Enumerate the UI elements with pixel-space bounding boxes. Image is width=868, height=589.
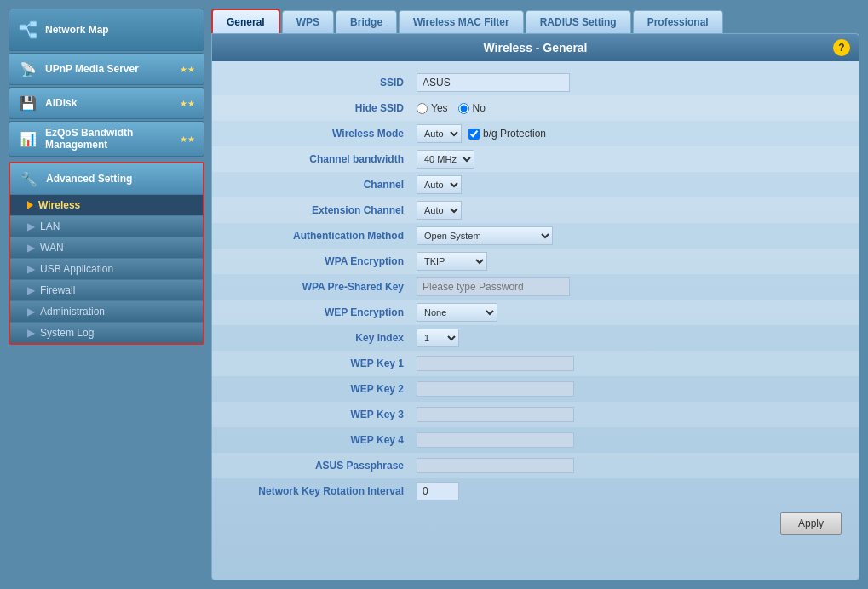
wep-key3-input[interactable] [417,407,574,422]
extension-channel-select[interactable]: Auto [417,201,462,220]
wpa-encryption-label: WPA Encryption [229,255,417,267]
extension-channel-label: Extension Channel [229,204,417,216]
upnp-label: UPnP Media Server [45,63,139,75]
tab-wireless-mac-filter[interactable]: Wireless MAC Filter [399,10,524,33]
auth-method-control: Open System Shared Key WPA-Personal WPA2… [417,226,842,245]
hide-ssid-radio-group: Yes No [417,102,486,114]
wep-key1-input[interactable] [417,356,574,371]
channel-bandwidth-control: 20 MHz 40 MHz [417,150,842,169]
rotation-interval-row: Network Key Rotation Interval [212,478,859,504]
extension-channel-control: Auto [417,201,842,220]
tab-wps[interactable]: WPS [282,10,334,33]
wan-label: WAN [40,242,64,254]
wireless-mode-row: Wireless Mode Auto b/g Protection [212,121,859,146]
sidebar-item-system-log[interactable]: ▶ System Log [10,322,203,343]
asus-passphrase-input[interactable] [417,458,574,473]
usb-label: USB Application [40,263,113,275]
key-index-select[interactable]: 1 2 3 4 [417,329,459,347]
wep-encryption-control: None WEP-64bits WEP-128bits [417,303,842,322]
wep-encryption-label: WEP Encryption [229,306,417,318]
sidebar-item-network-map[interactable]: Network Map [9,9,204,51]
svg-line-3 [26,24,30,27]
wireless-mode-select[interactable]: Auto [417,124,462,143]
tab-radius-setting[interactable]: RADIUS Setting [526,10,631,33]
wep-key3-label: WEP Key 3 [229,409,417,420]
content-area: General WPS Bridge Wireless MAC Filter R… [211,9,859,580]
advanced-setting-box: 🔧 Advanced Setting Wireless ▶ LAN ▶ WAN … [9,162,204,345]
wep-key1-label: WEP Key 1 [229,357,417,369]
network-map-icon [18,20,38,40]
sidebar-item-administration[interactable]: ▶ Administration [10,300,203,322]
auth-method-label: Authentication Method [229,230,417,242]
wireless-label: Wireless [38,199,80,211]
wep-key4-input[interactable] [417,432,574,448]
ssid-input[interactable] [417,73,570,92]
sidebar-item-aidisk[interactable]: 💾 AiDisk ★★ [9,87,204,119]
wan-arrow-icon: ▶ [27,242,35,254]
apply-button[interactable]: Apply [780,512,842,535]
channel-bandwidth-select[interactable]: 20 MHz 40 MHz [417,150,474,169]
sidebar-item-ezqos[interactable]: 📊 EzQoS Bandwidth Management ★★ [9,121,204,157]
rotation-interval-input[interactable] [417,482,459,500]
hide-ssid-yes-radio[interactable] [417,103,428,114]
wep-key2-row: WEP Key 2 [212,376,859,402]
auth-method-row: Authentication Method Open System Shared… [212,223,859,249]
main-panel: Wireless - General ? SSID Hide SSID [211,33,859,580]
hide-ssid-label: Hide SSID [229,102,417,114]
aidisk-icon: 💾 [18,93,38,113]
ssid-label: SSID [229,77,417,89]
channel-control: Auto [417,175,842,194]
svg-rect-1 [30,21,37,26]
sidebar-item-lan[interactable]: ▶ LAN [10,215,203,237]
apply-row: Apply [212,504,859,543]
bg-protection-label[interactable]: b/g Protection [468,128,546,140]
wep-key2-label: WEP Key 2 [229,383,417,395]
wep-key4-control [417,432,842,448]
tab-professional[interactable]: Professional [633,10,723,33]
aidisk-stars: ★★ [180,99,195,108]
help-icon[interactable]: ? [833,39,850,56]
ssid-row: SSID [212,70,859,95]
extension-channel-row: Extension Channel Auto [212,197,859,223]
aidisk-label: AiDisk [45,97,77,109]
wpa-encryption-select[interactable]: TKIP AES TKIP+AES [417,252,487,271]
asus-passphrase-label: ASUS Passphrase [229,460,417,472]
sidebar-item-wan[interactable]: ▶ WAN [10,237,203,258]
key-index-label: Key Index [229,332,417,344]
admin-label: Administration [40,306,105,317]
wep-encryption-select[interactable]: None WEP-64bits WEP-128bits [417,303,497,322]
advanced-setting-icon: 🔧 [19,169,39,189]
tab-bridge[interactable]: Bridge [336,10,397,33]
wpa-encryption-row: WPA Encryption TKIP AES TKIP+AES [212,249,859,274]
admin-arrow-icon: ▶ [27,306,35,317]
network-map-label: Network Map [45,24,109,36]
hide-ssid-row: Hide SSID Yes No [212,95,859,121]
wep-key1-control [417,356,842,371]
bg-protection-checkbox[interactable] [468,129,480,140]
svg-rect-2 [30,33,37,38]
sidebar-item-wireless[interactable]: Wireless [10,194,203,215]
upnp-stars: ★★ [180,65,195,74]
wep-key2-control [417,381,842,397]
wpa-psk-input[interactable] [417,277,570,296]
ezqos-icon: 📊 [18,129,38,149]
auth-method-select[interactable]: Open System Shared Key WPA-Personal WPA2… [417,226,553,245]
usb-arrow-icon: ▶ [27,263,35,275]
hide-ssid-no-label[interactable]: No [458,102,486,114]
main-container: Network Map 📡 UPnP Media Server ★★ 💾 AiD… [0,0,868,589]
hide-ssid-yes-label[interactable]: Yes [417,102,448,114]
channel-select[interactable]: Auto [417,175,462,194]
advanced-setting-label: Advanced Setting [46,173,132,185]
sidebar-item-upnp[interactable]: 📡 UPnP Media Server ★★ [9,53,204,85]
advanced-setting-header[interactable]: 🔧 Advanced Setting [10,163,203,194]
tab-general[interactable]: General [211,9,280,33]
panel-title: Wireless - General ? [212,34,859,61]
wpa-psk-row: WPA Pre-Shared Key [212,274,859,300]
syslog-label: System Log [40,327,94,339]
hide-ssid-no-radio[interactable] [458,103,469,114]
wep-key2-input[interactable] [417,381,574,397]
sidebar-item-usb[interactable]: ▶ USB Application [10,258,203,279]
sidebar-item-firewall[interactable]: ▶ Firewall [10,279,203,300]
channel-row: Channel Auto [212,172,859,197]
channel-bandwidth-row: Channel bandwidth 20 MHz 40 MHz [212,146,859,172]
